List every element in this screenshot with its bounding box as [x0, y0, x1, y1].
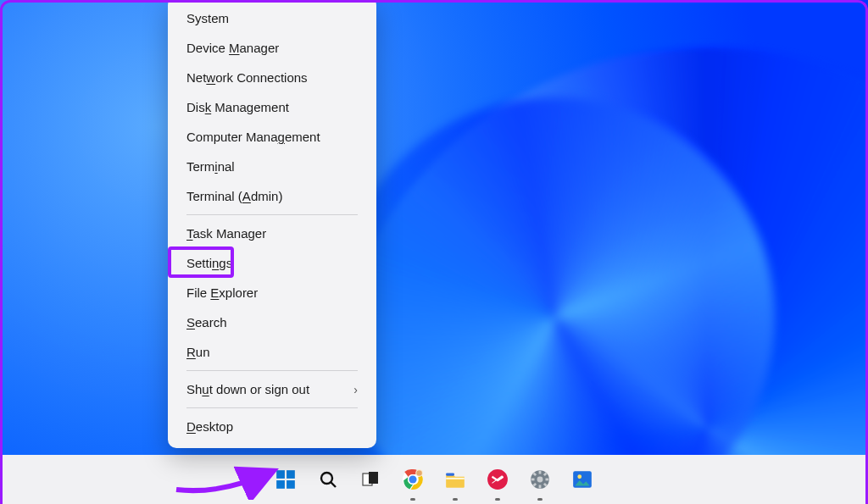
menu-item-label: Terminal [186, 159, 235, 174]
power-user-menu: SystemDevice ManagerNetwork ConnectionsD… [168, 0, 376, 448]
menu-item-label: System [186, 11, 229, 25]
svg-point-12 [416, 470, 422, 476]
search-button[interactable] [312, 463, 344, 496]
menu-item-disk-management[interactable]: Disk Management [171, 92, 373, 122]
menu-item-label: Task Manager [186, 226, 266, 241]
taskview-icon [360, 469, 381, 490]
taskbar [0, 455, 868, 504]
menu-item-run[interactable]: Run [171, 337, 373, 367]
menu-item-file-explorer[interactable]: File Explorer [171, 278, 373, 307]
menu-separator [186, 407, 358, 408]
menu-item-label: Device Manager [186, 41, 279, 55]
menu-item-device-manager[interactable]: Device Manager [171, 33, 373, 63]
menu-item-network-connections[interactable]: Network Connections [171, 63, 373, 92]
svg-rect-13 [446, 473, 454, 475]
explorer-icon [444, 468, 466, 490]
chrome-app[interactable] [397, 463, 429, 496]
menu-item-label: Disk Management [186, 100, 289, 114]
menu-separator [186, 370, 358, 371]
mail-icon [487, 468, 509, 490]
svg-rect-1 [287, 470, 295, 479]
menu-item-label: Shut down or sign out [186, 382, 309, 396]
settings-app[interactable] [524, 463, 556, 496]
svg-point-10 [409, 475, 416, 483]
svg-line-23 [544, 484, 547, 486]
svg-rect-14 [446, 478, 465, 479]
svg-rect-3 [287, 480, 295, 489]
svg-point-4 [321, 473, 332, 484]
desktop-wallpaper [0, 0, 868, 504]
annotation-arrow [170, 457, 280, 500]
menu-item-label: Run [186, 345, 210, 359]
menu-item-task-manager[interactable]: Task Manager [171, 219, 373, 248]
menu-item-label: Computer Management [186, 130, 320, 144]
menu-item-label: File Explorer [186, 285, 258, 300]
menu-separator [186, 214, 358, 215]
menu-item-terminal[interactable]: Terminal [171, 152, 373, 181]
menu-item-label: Settings [186, 256, 232, 270]
chrome-icon [402, 468, 424, 490]
menu-item-search[interactable]: Search [171, 307, 373, 337]
chevron-right-icon: › [353, 383, 358, 396]
menu-item-label: Terminal (Admin) [186, 189, 282, 203]
photos-app[interactable] [566, 463, 598, 496]
svg-rect-7 [369, 472, 378, 484]
svg-line-25 [544, 473, 547, 475]
menu-item-settings[interactable]: Settings [171, 248, 373, 278]
photos-icon [571, 468, 593, 490]
svg-line-24 [533, 484, 536, 486]
settings-icon [529, 468, 551, 490]
file-explorer-app[interactable] [439, 463, 471, 496]
svg-line-5 [331, 483, 337, 488]
menu-item-computer-management[interactable]: Computer Management [171, 122, 373, 152]
mail-app[interactable] [481, 463, 514, 496]
svg-point-17 [537, 477, 543, 483]
menu-item-shut-down-or-sign-out[interactable]: Shut down or sign out› [171, 374, 373, 404]
menu-item-label: Desktop [186, 419, 233, 434]
task-view-button[interactable] [354, 463, 387, 496]
svg-point-27 [577, 474, 581, 479]
menu-item-system[interactable]: System [171, 3, 373, 33]
menu-item-terminal-admin[interactable]: Terminal (Admin) [171, 181, 373, 211]
svg-line-22 [533, 473, 536, 475]
menu-item-label: Search [186, 315, 227, 330]
menu-item-label: Network Connections [186, 70, 308, 85]
search-icon [318, 469, 338, 490]
menu-item-desktop[interactable]: Desktop [171, 412, 373, 441]
